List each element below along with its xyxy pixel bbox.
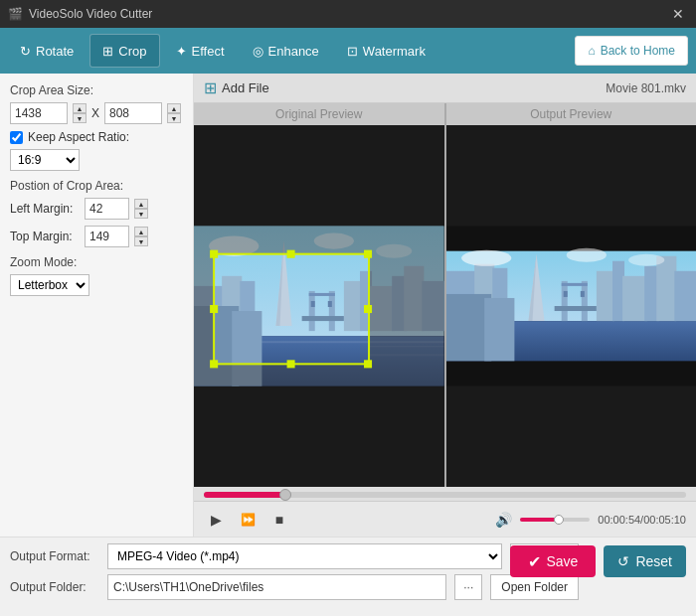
svg-point-83 <box>566 248 606 262</box>
svg-rect-54 <box>364 360 372 368</box>
play-button[interactable]: ▶ <box>204 508 228 532</box>
forward-button[interactable]: ⏩ <box>236 508 260 532</box>
save-check-icon: ✔ <box>528 552 541 571</box>
action-buttons: ✔ Save ↺ Reset <box>510 545 687 577</box>
original-preview-panel: Original Preview <box>194 103 444 487</box>
top-margin-spinner: ▲ ▼ <box>134 227 148 246</box>
height-spinner: ▲ ▼ <box>167 103 181 123</box>
title-bar-left: 🎬 VideoSolo Video Cutter <box>8 7 152 21</box>
zoom-mode-label: Zoom Mode: <box>10 255 183 269</box>
svg-rect-52 <box>364 250 372 258</box>
width-down[interactable]: ▼ <box>73 113 87 123</box>
svg-rect-78 <box>656 256 676 321</box>
height-down[interactable]: ▼ <box>167 113 181 123</box>
watermark-icon: ⊡ <box>347 44 358 59</box>
output-format-label: Output Format: <box>10 549 99 563</box>
watermark-button[interactable]: ⊡ Watermark <box>335 34 437 68</box>
browse-folder-button[interactable]: ··· <box>454 574 482 600</box>
keep-aspect-ratio-checkbox[interactable] <box>10 131 23 144</box>
original-label: Original Preview <box>194 103 444 125</box>
x-label: X <box>91 106 99 120</box>
svg-rect-41 <box>311 301 315 307</box>
svg-rect-69 <box>581 281 587 321</box>
svg-rect-58 <box>364 305 372 313</box>
svg-rect-38 <box>309 291 315 331</box>
width-up[interactable]: ▲ <box>73 103 87 113</box>
output-scene-svg <box>446 125 697 487</box>
svg-point-82 <box>461 250 511 266</box>
svg-rect-44 <box>344 281 362 331</box>
svg-rect-59 <box>446 227 697 251</box>
output-label: Output Preview <box>446 103 697 125</box>
bottom-bar: Output Format: MPEG-4 Video (*.mp4) Sett… <box>0 537 696 616</box>
svg-rect-51 <box>210 250 218 258</box>
app-icon: 🎬 <box>8 7 23 21</box>
left-margin-down[interactable]: ▼ <box>134 209 148 219</box>
svg-rect-81 <box>484 298 514 361</box>
crop-icon: ⊞ <box>102 44 113 59</box>
left-margin-spinner: ▲ ▼ <box>134 199 148 219</box>
seek-bar[interactable] <box>204 492 686 498</box>
svg-rect-76 <box>622 276 647 321</box>
height-input[interactable] <box>104 102 162 124</box>
rotate-button[interactable]: ↻ Rotate <box>8 34 86 68</box>
width-spinner: ▲ ▼ <box>73 103 87 123</box>
width-input[interactable] <box>10 102 68 124</box>
save-button[interactable]: ✔ Save <box>510 545 597 577</box>
title-bar: 🎬 VideoSolo Video Cutter ✕ <box>0 0 696 28</box>
svg-point-84 <box>628 254 664 266</box>
file-name: Movie 801.mkv <box>606 81 686 95</box>
output-preview-panel: Output Preview <box>446 103 697 487</box>
svg-rect-68 <box>561 281 567 321</box>
top-margin-down[interactable]: ▼ <box>134 236 148 246</box>
effect-button[interactable]: ✦ Effect <box>164 34 237 68</box>
enhance-button[interactable]: ◎ Enhance <box>241 34 331 68</box>
open-folder-button[interactable]: Open Folder <box>490 574 579 600</box>
height-up[interactable]: ▲ <box>167 103 181 113</box>
crop-button[interactable]: ⊞ Crop <box>89 34 159 68</box>
reset-icon: ↺ <box>617 553 629 569</box>
aspect-ratio-select[interactable]: 16:9 4:3 1:1 <box>10 149 80 171</box>
seek-handle[interactable] <box>279 489 291 501</box>
zoom-mode-select[interactable]: Letterbox Crop Stretch <box>10 274 89 296</box>
svg-rect-70 <box>561 283 587 286</box>
svg-rect-73 <box>554 306 596 311</box>
top-margin-up[interactable]: ▲ <box>134 227 148 236</box>
left-margin-input[interactable] <box>85 198 129 220</box>
aspect-ratio-row: Keep Aspect Ratio: <box>10 130 183 144</box>
volume-icon: 🔊 <box>495 512 512 528</box>
top-margin-row: Top Margin: ▲ ▼ <box>10 226 183 247</box>
top-margin-label: Top Margin: <box>10 230 80 243</box>
size-input-row: ▲ ▼ X ▲ ▼ <box>10 102 183 124</box>
rotate-icon: ↻ <box>20 44 31 59</box>
seek-fill <box>204 492 285 498</box>
left-margin-row: Left Margin: ▲ ▼ <box>10 198 183 220</box>
volume-slider[interactable] <box>520 518 590 522</box>
close-button[interactable]: ✕ <box>668 4 688 24</box>
app-title: VideoSolo Video Cutter <box>29 7 152 21</box>
add-file-button[interactable]: ⊞ Add File <box>204 78 269 97</box>
add-file-icon: ⊞ <box>204 78 217 97</box>
reset-button[interactable]: ↺ Reset <box>604 545 686 577</box>
main-content: Crop Area Size: ▲ ▼ X ▲ ▼ Keep Aspect Ra… <box>0 74 696 537</box>
svg-rect-56 <box>287 360 295 368</box>
preview-header: ⊞ Add File Movie 801.mkv <box>194 74 696 103</box>
format-select[interactable]: MPEG-4 Video (*.mp4) <box>107 543 502 569</box>
enhance-icon: ◎ <box>253 44 263 59</box>
volume-handle[interactable] <box>554 515 564 525</box>
left-panel: Crop Area Size: ▲ ▼ X ▲ ▼ Keep Aspect Ra… <box>0 74 194 537</box>
toolbar: ↻ Rotate ⊞ Crop ✦ Effect ◎ Enhance ⊡ Wat… <box>0 28 696 74</box>
svg-rect-79 <box>674 271 696 321</box>
left-margin-label: Left Margin: <box>10 202 80 216</box>
stop-button[interactable]: ■ <box>267 508 291 532</box>
keep-aspect-ratio-label: Keep Aspect Ratio: <box>28 130 129 144</box>
back-home-button[interactable]: ⌂ Back to Home <box>575 36 688 66</box>
svg-rect-72 <box>580 291 584 297</box>
top-margin-input[interactable] <box>85 226 129 247</box>
video-previews: Original Preview <box>194 103 696 487</box>
left-margin-up[interactable]: ▲ <box>134 199 148 209</box>
output-video-frame <box>446 125 697 487</box>
svg-rect-55 <box>287 250 295 258</box>
seek-area <box>194 487 696 501</box>
original-video-frame <box>194 125 444 487</box>
